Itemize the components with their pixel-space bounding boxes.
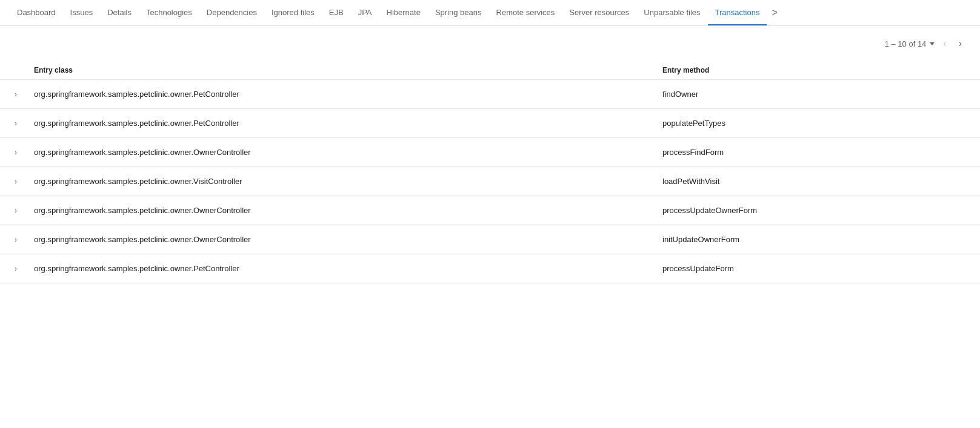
table-row[interactable]: ›org.springframework.samples.petclinic.o…	[0, 225, 980, 254]
chevron-down-icon	[930, 42, 935, 45]
pagination-range-dropdown[interactable]: 1 – 10 of 14	[885, 39, 935, 48]
transactions-table: Entry class Entry method ›org.springfram…	[0, 61, 980, 283]
tab-hibernate[interactable]: Hibernate	[379, 1, 428, 25]
table-row[interactable]: ›org.springframework.samples.petclinic.o…	[0, 167, 980, 196]
content-area: 1 – 10 of 14 ‹ › Entry class Entry metho…	[0, 26, 980, 283]
table-header: Entry class Entry method	[0, 61, 980, 80]
pagination-next-button[interactable]: ›	[955, 36, 965, 51]
tab-technologies[interactable]: Technologies	[139, 1, 199, 25]
row-entry-class: org.springframework.samples.petclinic.ow…	[29, 235, 662, 244]
table-row[interactable]: ›org.springframework.samples.petclinic.o…	[0, 109, 980, 138]
expand-row-icon[interactable]: ›	[15, 177, 29, 186]
tab-dependencies[interactable]: Dependencies	[199, 1, 264, 25]
row-entry-class: org.springframework.samples.petclinic.ow…	[29, 177, 662, 186]
row-entry-method: processFindForm	[662, 148, 965, 157]
table-rows-container: ›org.springframework.samples.petclinic.o…	[0, 80, 980, 283]
row-entry-class: org.springframework.samples.petclinic.ow…	[29, 119, 662, 128]
row-entry-class: org.springframework.samples.petclinic.ow…	[29, 206, 662, 215]
tab-details[interactable]: Details	[100, 1, 139, 25]
expand-row-icon[interactable]: ›	[15, 235, 29, 244]
row-entry-class: org.springframework.samples.petclinic.ow…	[29, 148, 662, 157]
row-entry-class: org.springframework.samples.petclinic.ow…	[29, 264, 662, 273]
tab-issues[interactable]: Issues	[63, 1, 101, 25]
pagination-info: 1 – 10 of 14	[885, 39, 935, 48]
tab-remote-services[interactable]: Remote services	[489, 1, 562, 25]
expand-row-icon[interactable]: ›	[15, 148, 29, 157]
pagination-prev-button[interactable]: ‹	[939, 36, 950, 51]
row-entry-method: populatePetTypes	[662, 119, 965, 128]
expand-row-icon[interactable]: ›	[15, 119, 29, 128]
row-entry-class: org.springframework.samples.petclinic.ow…	[29, 90, 662, 99]
tabs-bar: DashboardIssuesDetailsTechnologiesDepend…	[0, 0, 980, 26]
table-row[interactable]: ›org.springframework.samples.petclinic.o…	[0, 196, 980, 225]
pagination-bar: 1 – 10 of 14 ‹ ›	[0, 26, 980, 61]
table-row[interactable]: ›org.springframework.samples.petclinic.o…	[0, 138, 980, 167]
tab-ignored-files[interactable]: Ignored files	[264, 1, 322, 25]
row-entry-method: findOwner	[662, 90, 965, 99]
table-row[interactable]: ›org.springframework.samples.petclinic.o…	[0, 80, 980, 109]
column-header-entry-method: Entry method	[662, 66, 965, 74]
row-entry-method: initUpdateOwnerForm	[662, 235, 965, 244]
expand-row-icon[interactable]: ›	[15, 206, 29, 215]
tab-ejb[interactable]: EJB	[322, 1, 351, 25]
table-row[interactable]: ›org.springframework.samples.petclinic.o…	[0, 254, 980, 283]
pagination-range-text: 1 – 10 of 14	[885, 39, 927, 48]
column-header-entry-class: Entry class	[15, 66, 662, 74]
tab-server-resources[interactable]: Server resources	[562, 1, 636, 25]
tab-dashboard[interactable]: Dashboard	[10, 1, 63, 25]
expand-row-icon[interactable]: ›	[15, 265, 29, 273]
tab-transactions[interactable]: Transactions	[708, 1, 767, 25]
row-entry-method: processUpdateForm	[662, 264, 965, 273]
tab-spring-beans[interactable]: Spring beans	[428, 1, 489, 25]
tab-more-button[interactable]: >	[767, 0, 782, 25]
tab-jpa[interactable]: JPA	[351, 1, 379, 25]
expand-row-icon[interactable]: ›	[15, 90, 29, 99]
tab-unparsable-files[interactable]: Unparsable files	[636, 1, 707, 25]
row-entry-method: loadPetWithVisit	[662, 177, 965, 186]
row-entry-method: processUpdateOwnerForm	[662, 206, 965, 215]
